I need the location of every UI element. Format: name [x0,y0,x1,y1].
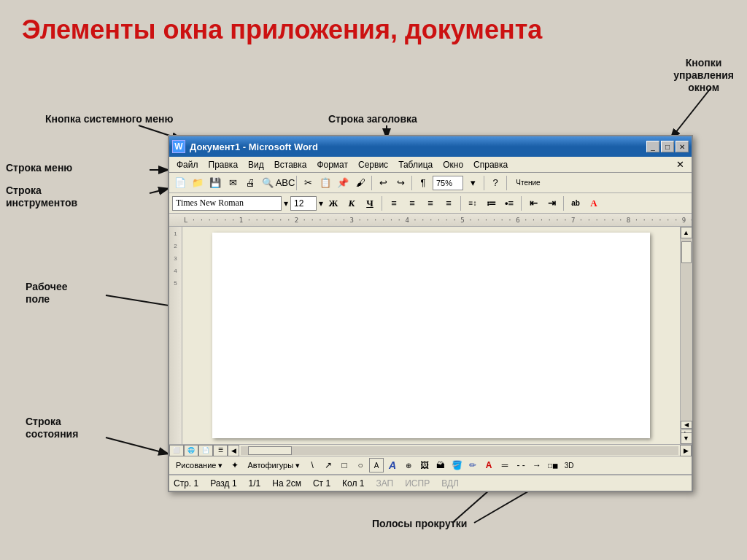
scroll-prev-page-button[interactable]: ◀ [681,421,692,429]
status-pages: 1/1 [249,478,261,489]
line-spacing-button[interactable]: ≡↕ [465,195,481,211]
3d-icon[interactable]: 3D [562,458,576,472]
bold-button[interactable]: Ж [325,195,341,211]
select-icon[interactable]: ✦ [228,458,242,472]
spelling-icon[interactable]: ABC [277,175,293,191]
toolbar-separator-3 [411,176,412,190]
menu-file[interactable]: Файл [172,158,203,171]
scroll-left-button[interactable]: ◀ [228,445,239,456]
scroll-up-button[interactable]: ▲ [681,227,692,238]
font-dropdown-arrow[interactable]: ▾ [284,198,288,209]
menu-tools[interactable]: Сервис [354,158,392,171]
zoom-input[interactable] [433,176,463,190]
menu-format[interactable]: Формат [312,158,352,171]
cut-icon[interactable]: ✂ [300,175,316,191]
paste-icon[interactable]: 📌 [335,175,351,191]
font-size-selector[interactable] [290,196,317,211]
wordart-icon[interactable]: A [385,458,400,472]
align-center-button[interactable]: ≡ [404,195,420,211]
document-page[interactable] [212,233,649,438]
line-style-icon[interactable]: ═ [498,458,512,472]
align-justify-button[interactable]: ≡ [441,195,457,211]
open-icon[interactable]: 📁 [190,175,206,191]
italic-button[interactable]: К [344,195,360,211]
bullets-button[interactable]: •≡ [501,195,517,211]
maximize-button[interactable]: □ [661,141,674,152]
shadow-icon[interactable]: □◼ [546,458,560,472]
autoshapes-button[interactable]: Автофигуры ▾ [244,459,303,472]
undo-icon[interactable]: ↩ [375,175,391,191]
title-bar-text: Документ1 - Microsoft Word [190,141,646,152]
scroll-down-button[interactable]: ▼ [681,432,692,444]
font-size-dropdown-arrow[interactable]: ▾ [319,198,323,209]
view-web-button[interactable]: 🌐 [184,445,198,456]
format-separator-4 [563,196,564,211]
window-control-buttons: _ □ ✕ [646,141,689,152]
horizontal-scroll-thumb[interactable] [248,446,292,455]
line-color-icon[interactable]: ✏ [465,458,480,472]
email-icon[interactable]: ✉ [225,175,241,191]
status-rec: ЗАП [376,478,393,489]
help-icon[interactable]: ? [487,175,503,191]
view-print-button[interactable]: 📄 [198,445,213,456]
picture-icon[interactable]: 🏔 [433,458,448,472]
menu-edit[interactable]: Правка [204,158,243,171]
menu-window[interactable]: Окно [438,158,468,171]
paragraph-icon[interactable]: ¶ [415,175,431,191]
oval-icon[interactable]: ○ [353,458,368,472]
font-selector[interactable] [172,196,282,211]
svg-line-6 [106,438,170,454]
label-scrollbars: Полосы прокрутки [372,518,467,530]
print-icon[interactable]: 🖨 [242,175,258,191]
menu-insert[interactable]: Вставка [270,158,311,171]
arrow-icon[interactable]: ↗ [321,458,336,472]
indent-increase-button[interactable]: ⇥ [543,195,560,211]
format-painter-icon[interactable]: 🖌 [352,175,368,191]
label-window-controls: Кнопкиуправленияокном [673,57,734,93]
font-color-draw-icon[interactable]: A [481,458,496,472]
view-normal-button[interactable]: ⬜ [169,445,184,456]
label-toolbar: Строкаинструментов [6,184,77,209]
reading-icon[interactable]: Чтение [510,175,546,191]
label-system-menu: Кнопка системного меню [45,113,173,125]
scroll-track-vertical [681,238,692,421]
underline-button[interactable]: Ч [362,195,378,211]
highlight-button[interactable]: ab [568,195,584,211]
line-icon[interactable]: \ [305,458,320,472]
redo-icon[interactable]: ↪ [392,175,409,191]
scroll-right-button[interactable]: ▶ [680,445,692,456]
menu-table[interactable]: Таблица [394,158,437,171]
copy-icon[interactable]: 📋 [317,175,333,191]
align-left-button[interactable]: ≡ [386,195,402,211]
label-title-bar: Строка заголовка [328,113,417,125]
preview-icon[interactable]: 🔍 [260,175,276,191]
textbox-icon[interactable]: A [369,458,384,472]
app-icon: W [172,140,185,153]
arrow-style-icon[interactable]: → [530,458,544,472]
menu-close-button[interactable]: ✕ [672,159,689,170]
status-column: Кол 1 [342,478,364,489]
zoom-icon[interactable]: ▾ [465,175,481,191]
new-icon[interactable]: 📄 [172,175,188,191]
font-color-button[interactable]: A [586,195,602,211]
align-right-button[interactable]: ≡ [422,195,438,211]
clipart-icon[interactable]: 🖼 [417,458,432,472]
drawing-toolbar: Рисование ▾ ✦ Автофигуры ▾ \ ↗ □ ○ A A ⊕… [169,456,692,475]
diagram-icon[interactable]: ⊕ [401,458,416,472]
indent-decrease-button[interactable]: ⇤ [525,195,541,211]
menu-view[interactable]: Вид [244,158,268,171]
numbering-button[interactable]: ≔ [483,195,499,211]
status-line: Ст 1 [313,478,330,489]
minimize-button[interactable]: _ [646,141,659,152]
dash-style-icon[interactable]: - - [514,458,528,472]
drawing-menu-button[interactable]: Рисование ▾ [172,459,226,472]
label-status-bar: Строкасостояния [26,416,78,440]
fill-color-icon[interactable]: 🪣 [449,458,464,472]
view-outline-button[interactable]: ☰ [213,445,228,456]
save-icon[interactable]: 💾 [207,175,223,191]
close-button[interactable]: ✕ [676,141,689,152]
menu-help[interactable]: Справка [469,158,512,171]
scroll-thumb-vertical[interactable] [681,241,692,263]
rectangle-icon[interactable]: □ [337,458,352,472]
status-section: Разд 1 [210,478,236,489]
